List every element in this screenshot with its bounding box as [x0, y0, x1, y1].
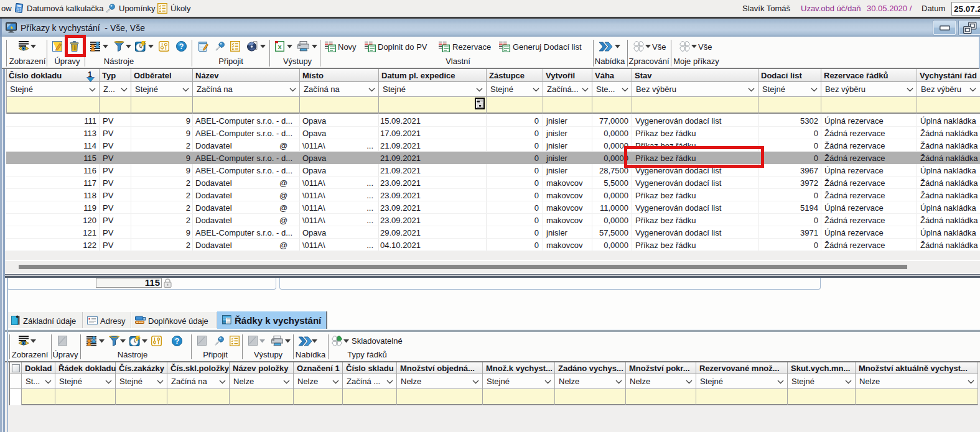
svg-text:x: x [278, 43, 282, 50]
svg-text:?: ? [179, 42, 184, 51]
svg-text:?: ? [175, 337, 180, 346]
